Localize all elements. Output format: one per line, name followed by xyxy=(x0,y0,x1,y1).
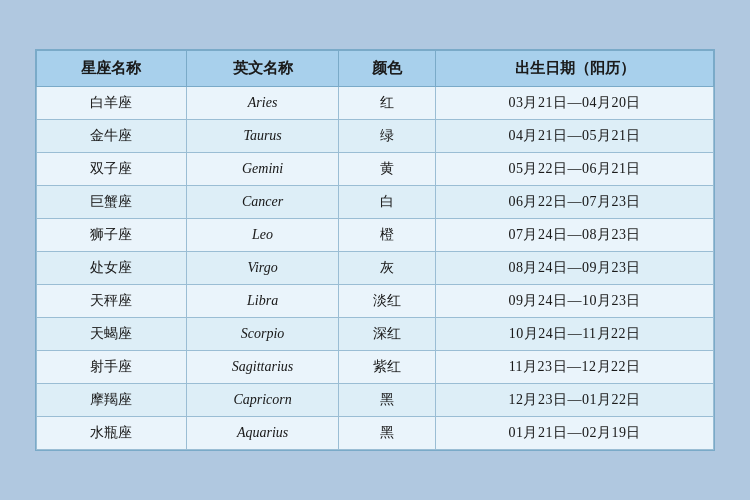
cell-color: 紫红 xyxy=(339,351,436,384)
table-row: 双子座Gemini黄05月22日—06月21日 xyxy=(37,153,714,186)
cell-english-name: Sagittarius xyxy=(186,351,338,384)
cell-chinese-name: 天秤座 xyxy=(37,285,187,318)
col-header-chinese: 星座名称 xyxy=(37,51,187,87)
cell-dates: 10月24日—11月22日 xyxy=(436,318,714,351)
table-row: 水瓶座Aquarius黑01月21日—02月19日 xyxy=(37,417,714,450)
cell-english-name: Taurus xyxy=(186,120,338,153)
cell-chinese-name: 白羊座 xyxy=(37,87,187,120)
table-row: 白羊座Aries红03月21日—04月20日 xyxy=(37,87,714,120)
table-row: 狮子座Leo橙07月24日—08月23日 xyxy=(37,219,714,252)
cell-color: 黄 xyxy=(339,153,436,186)
cell-dates: 09月24日—10月23日 xyxy=(436,285,714,318)
table-row: 摩羯座Capricorn黑12月23日—01月22日 xyxy=(37,384,714,417)
cell-dates: 07月24日—08月23日 xyxy=(436,219,714,252)
cell-chinese-name: 金牛座 xyxy=(37,120,187,153)
col-header-dates: 出生日期（阳历） xyxy=(436,51,714,87)
cell-english-name: Scorpio xyxy=(186,318,338,351)
cell-color: 红 xyxy=(339,87,436,120)
table-body: 白羊座Aries红03月21日—04月20日金牛座Taurus绿04月21日—0… xyxy=(37,87,714,450)
cell-color: 橙 xyxy=(339,219,436,252)
cell-chinese-name: 处女座 xyxy=(37,252,187,285)
zodiac-table: 星座名称 英文名称 颜色 出生日期（阳历） 白羊座Aries红03月21日—04… xyxy=(36,50,714,450)
cell-english-name: Aries xyxy=(186,87,338,120)
cell-chinese-name: 双子座 xyxy=(37,153,187,186)
table-row: 天秤座Libra淡红09月24日—10月23日 xyxy=(37,285,714,318)
cell-english-name: Libra xyxy=(186,285,338,318)
table-row: 金牛座Taurus绿04月21日—05月21日 xyxy=(37,120,714,153)
cell-dates: 01月21日—02月19日 xyxy=(436,417,714,450)
table-row: 处女座Virgo灰08月24日—09月23日 xyxy=(37,252,714,285)
table-header-row: 星座名称 英文名称 颜色 出生日期（阳历） xyxy=(37,51,714,87)
cell-chinese-name: 水瓶座 xyxy=(37,417,187,450)
cell-english-name: Aquarius xyxy=(186,417,338,450)
cell-color: 灰 xyxy=(339,252,436,285)
zodiac-table-container: 星座名称 英文名称 颜色 出生日期（阳历） 白羊座Aries红03月21日—04… xyxy=(35,49,715,451)
cell-english-name: Virgo xyxy=(186,252,338,285)
cell-english-name: Cancer xyxy=(186,186,338,219)
cell-english-name: Leo xyxy=(186,219,338,252)
table-row: 巨蟹座Cancer白06月22日—07月23日 xyxy=(37,186,714,219)
cell-chinese-name: 天蝎座 xyxy=(37,318,187,351)
cell-dates: 05月22日—06月21日 xyxy=(436,153,714,186)
cell-dates: 08月24日—09月23日 xyxy=(436,252,714,285)
table-row: 天蝎座Scorpio深红10月24日—11月22日 xyxy=(37,318,714,351)
cell-color: 绿 xyxy=(339,120,436,153)
cell-color: 黑 xyxy=(339,417,436,450)
cell-dates: 03月21日—04月20日 xyxy=(436,87,714,120)
cell-dates: 04月21日—05月21日 xyxy=(436,120,714,153)
cell-color: 淡红 xyxy=(339,285,436,318)
cell-english-name: Gemini xyxy=(186,153,338,186)
cell-color: 白 xyxy=(339,186,436,219)
cell-chinese-name: 狮子座 xyxy=(37,219,187,252)
col-header-color: 颜色 xyxy=(339,51,436,87)
col-header-english: 英文名称 xyxy=(186,51,338,87)
cell-dates: 11月23日—12月22日 xyxy=(436,351,714,384)
table-row: 射手座Sagittarius紫红11月23日—12月22日 xyxy=(37,351,714,384)
cell-chinese-name: 射手座 xyxy=(37,351,187,384)
cell-chinese-name: 摩羯座 xyxy=(37,384,187,417)
cell-english-name: Capricorn xyxy=(186,384,338,417)
cell-color: 黑 xyxy=(339,384,436,417)
cell-dates: 12月23日—01月22日 xyxy=(436,384,714,417)
cell-chinese-name: 巨蟹座 xyxy=(37,186,187,219)
cell-color: 深红 xyxy=(339,318,436,351)
cell-dates: 06月22日—07月23日 xyxy=(436,186,714,219)
